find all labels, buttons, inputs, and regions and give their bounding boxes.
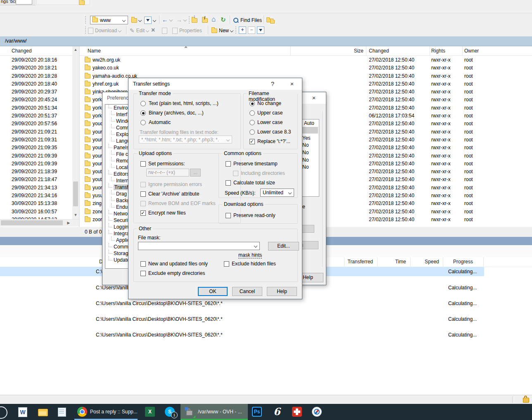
ok-button[interactable]: OK [198, 287, 228, 296]
queue-row[interactable]: C:\Users\Vanilla Circus\Desktop\BK\OVH-S… [0, 330, 532, 346]
scrollbar-thumb[interactable] [1, 220, 63, 225]
radio-label[interactable]: No change [257, 100, 281, 106]
remote-column-size[interactable]: Size [339, 46, 363, 55]
close-icon[interactable]: × [286, 79, 298, 88]
download-button[interactable]: Download [88, 26, 121, 35]
local-file-row[interactable]: 29/09/2020 21:34:13 [0, 184, 72, 192]
speed-combo[interactable]: Unlimited [260, 189, 294, 197]
chevron-down-icon[interactable] [230, 29, 233, 32]
scroll-down-icon[interactable]: ▼ [72, 212, 79, 218]
replace-invalid-chars-checkbox[interactable] [249, 139, 255, 144]
radio-label[interactable]: Lower case 8.3 [257, 129, 291, 135]
local-file-row[interactable]: 29/09/2020 21:09:35 [0, 144, 72, 152]
queue-column-speed[interactable]: Speed [410, 257, 439, 267]
chevron-down-icon[interactable] [138, 19, 142, 22]
radio-label[interactable]: Binary (archives, doc, ...) [149, 110, 204, 116]
permissions-dots-button[interactable]: ... [190, 169, 201, 177]
preserve-timestamp-checkbox[interactable] [226, 161, 231, 167]
close-icon[interactable]: × [308, 93, 320, 102]
medkit-taskbar-icon[interactable] [292, 407, 302, 417]
exclude-empty-dirs-checkbox[interactable] [140, 271, 146, 276]
root-directory-button[interactable]: / [202, 16, 208, 25]
rename-button[interactable] [162, 26, 167, 35]
edit-button[interactable]: ✎ Edit [130, 26, 149, 35]
new-button[interactable]: New [211, 26, 233, 35]
chevron-down-icon[interactable] [288, 191, 292, 194]
radio-automatic-mode[interactable] [140, 120, 146, 125]
local-file-row[interactable]: 29/09/2020 20:51:34 [0, 104, 72, 112]
checkbox-label[interactable]: Encrypt new files [148, 210, 186, 216]
chevron-down-icon[interactable] [122, 19, 126, 22]
remote-path-bar[interactable]: /var/www/ [0, 36, 532, 46]
local-vertical-scrollbar[interactable]: ▲ ▼ [72, 46, 79, 219]
chevron-down-icon[interactable] [169, 18, 173, 21]
back-button[interactable]: ← [162, 15, 172, 24]
clear-archive-checkbox[interactable] [140, 191, 146, 197]
local-horizontal-scrollbar[interactable]: ▶ [0, 219, 79, 227]
remote-column-changed[interactable]: Changed [369, 46, 389, 55]
text-mode-masks-combo[interactable]: *.*html; *.htm; *.txt; *.php; *.php3; *. [139, 136, 232, 143]
excel-taskbar-icon[interactable]: X [145, 407, 155, 417]
edit-mask-button[interactable]: Edit... [268, 242, 299, 251]
checkbox-label[interactable]: Calculate total size [233, 180, 275, 186]
remove-bom-checkbox[interactable] [140, 201, 146, 206]
local-file-row[interactable]: 29/09/2020 21:09:39 [0, 152, 72, 160]
synchronize-browsing-button[interactable] [266, 16, 275, 25]
checkbox-label[interactable]: Exclude hidden files [232, 261, 276, 267]
local-file-row[interactable]: 29/09/2020 20:18:16 [0, 56, 72, 64]
filter-button[interactable] [144, 16, 156, 25]
remote-file-row[interactable]: yakeo.co.uk 27/02/2018 12:50:40 rwxr-xr-… [80, 64, 532, 72]
remove-from-selection-button[interactable]: − [248, 26, 255, 34]
checkbox-label[interactable]: Exclude empty directories [148, 270, 205, 276]
remote-column-owner[interactable]: Owner [464, 46, 479, 55]
help-button[interactable]: Help [267, 287, 297, 296]
remote-column-rights[interactable]: Rights [431, 46, 445, 55]
chrome-window-title[interactable]: Post a reply :: Supp... [90, 404, 138, 420]
chevron-down-icon[interactable] [146, 29, 149, 32]
local-file-row[interactable]: 29/09/2020 20:45:24 [0, 96, 72, 104]
presets-column-auto[interactable]: Auto [304, 120, 314, 126]
radio-lower-case-83[interactable] [249, 129, 255, 135]
queue-column-progress[interactable]: Progress [443, 257, 483, 267]
queue-column-transferred[interactable]: Transferred [344, 257, 373, 267]
preserve-readonly-checkbox[interactable] [226, 213, 231, 218]
local-file-row[interactable]: 29/09/2020 20:29:37 [0, 88, 72, 96]
queue-row[interactable]: C:\Users\Vanilla Circus\Desktop\BK\OVH-S… [0, 314, 532, 330]
local-file-row[interactable]: 30/09/2020 16:00:57 [0, 208, 72, 216]
photoshop-taskbar-icon[interactable]: Ps [252, 407, 262, 417]
selection-filter-button[interactable] [257, 26, 264, 34]
add-to-selection-button[interactable]: + [239, 26, 246, 34]
radio-label[interactable]: Upper case [257, 110, 283, 116]
local-file-row[interactable]: 29/09/2020 21:34:16 [0, 192, 72, 200]
including-directories-checkbox[interactable] [233, 171, 238, 176]
local-file-row[interactable]: 29/09/2020 21:09:39 [0, 160, 72, 168]
encrypt-new-files-checkbox[interactable] [140, 210, 146, 216]
local-file-row[interactable]: 29/09/2020 20:51:37 [0, 112, 72, 120]
dragon-taskbar-icon[interactable]: 6 [272, 407, 282, 417]
local-column-changed[interactable]: Changed [12, 46, 32, 55]
remote-file-row[interactable]: ww2h.org.uk 27/02/2018 12:50:40 rwxr-xr-… [80, 56, 532, 64]
home-directory-button[interactable]: ⌂ [211, 15, 216, 24]
exclude-hidden-checkbox[interactable] [224, 261, 229, 267]
refresh-button[interactable]: ↻ [221, 15, 226, 24]
address-combo[interactable]: www [90, 16, 128, 24]
checkbox-label[interactable]: Clear 'Archive' attribute [148, 191, 199, 197]
local-file-row[interactable]: 29/09/2020 20:57:56 [0, 120, 72, 128]
local-file-row[interactable]: 29/09/2020 21:18:39 [0, 168, 72, 176]
radio-no-change[interactable] [249, 101, 255, 106]
word-taskbar-icon[interactable]: W [18, 407, 27, 417]
open-directory-button[interactable] [131, 16, 141, 25]
local-file-row[interactable]: 29/09/2020 20:18:21 [0, 64, 72, 72]
winscp-taskbar-button[interactable]: /var/www - OVH - ... [180, 404, 248, 420]
transfer-title-bar[interactable]: Transfer settings ? × [128, 78, 302, 90]
radio-label[interactable]: Automatic [149, 119, 171, 125]
scrollbar-thumb[interactable] [73, 181, 78, 206]
checkbox-label[interactable]: Preserve read-only [233, 212, 275, 218]
compass-browser-taskbar-icon[interactable] [312, 407, 322, 417]
radio-upper-case[interactable] [249, 110, 255, 116]
chevron-down-icon[interactable] [254, 244, 257, 248]
radio-text-mode[interactable] [140, 101, 146, 106]
chevron-down-icon[interactable] [118, 29, 121, 32]
file-explorer-taskbar-icon[interactable] [38, 409, 48, 416]
set-permissions-checkbox[interactable] [140, 161, 146, 167]
